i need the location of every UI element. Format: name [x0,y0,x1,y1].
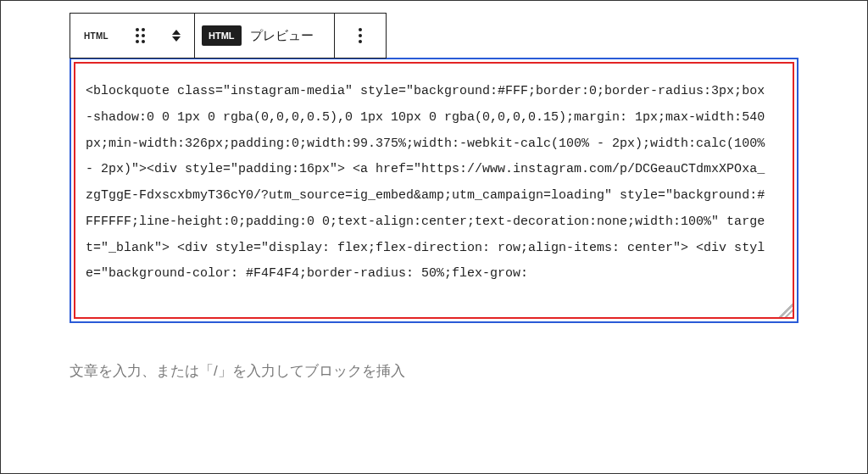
mover-icon [167,30,186,42]
html-tab-group: HTML プレビュー [195,14,335,58]
html-badge: HTML [202,25,242,46]
block-mover[interactable] [159,14,194,58]
html-code-highlight [74,62,794,319]
block-switcher-group: HTML [70,14,195,58]
more-vertical-icon [343,28,377,43]
html-block-selected [70,58,798,323]
html-tab[interactable]: HTML プレビュー [195,14,334,58]
drag-handle[interactable] [122,14,159,58]
block-type-button[interactable]: HTML [70,14,122,58]
appender-placeholder: 文章を入力、または「/」を入力してブロックを挿入 [70,363,405,379]
chevron-down-icon [172,36,181,42]
block-toolbar: HTML HTML プレビュー [70,13,387,59]
block-appender[interactable]: 文章を入力、または「/」を入力してブロックを挿入 [70,361,798,381]
drag-handle-icon [131,28,150,43]
more-options-button[interactable] [335,14,386,58]
editor-frame: HTML HTML プレビュー [0,0,868,474]
editor-area: HTML HTML プレビュー [70,13,798,381]
chevron-up-icon [172,30,181,35]
html-code-textarea[interactable] [75,64,793,314]
more-options-group [335,14,386,58]
preview-tab-label: プレビュー [242,28,326,44]
block-type-label: HTML [79,31,114,41]
